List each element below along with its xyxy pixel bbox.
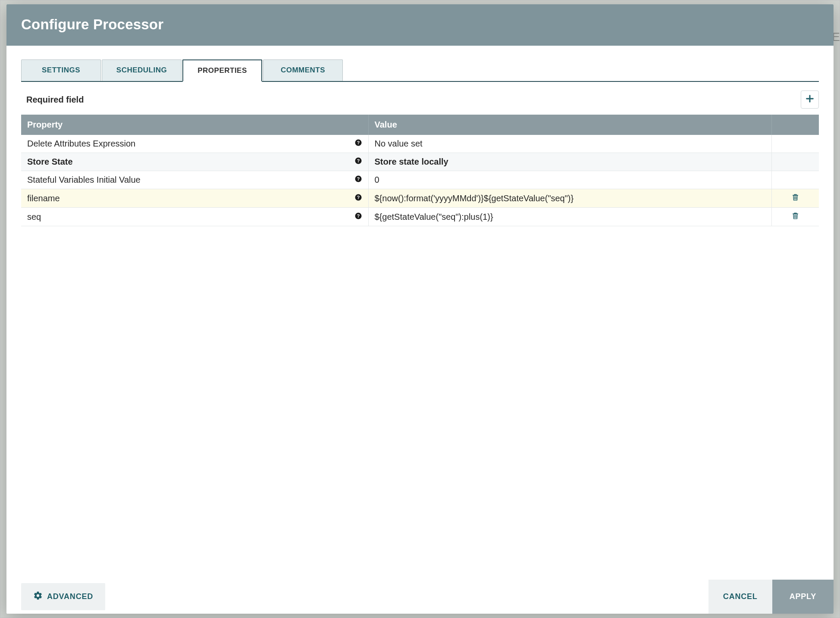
svg-text:?: ? bbox=[357, 176, 359, 181]
gear-icon bbox=[33, 591, 43, 602]
property-value[interactable]: 0 bbox=[368, 171, 771, 189]
table-row[interactable]: Delete Attributes Expression?No value se… bbox=[21, 135, 819, 153]
trash-icon[interactable] bbox=[791, 193, 799, 201]
property-name: seq bbox=[21, 208, 348, 226]
svg-text:?: ? bbox=[357, 194, 359, 200]
dialog-header: Configure Processor bbox=[6, 4, 834, 46]
dialog-body: SETTINGSSCHEDULINGPROPERTIESCOMMENTS Req… bbox=[6, 46, 834, 580]
property-value[interactable]: ${getStateValue("seq"):plus(1)} bbox=[368, 208, 771, 226]
advanced-button[interactable]: ADVANCED bbox=[21, 583, 105, 610]
property-actions bbox=[771, 208, 819, 226]
dialog-title: Configure Processor bbox=[21, 16, 819, 33]
required-field-label: Required field bbox=[26, 95, 84, 105]
property-help[interactable]: ? bbox=[348, 153, 369, 171]
question-circle-icon: ? bbox=[354, 157, 362, 165]
apply-button[interactable]: APPLY bbox=[772, 580, 834, 614]
cancel-button[interactable]: CANCEL bbox=[708, 580, 772, 614]
properties-table: Property Value Delete Attributes Express… bbox=[21, 115, 819, 226]
property-value[interactable]: ${now():format('yyyyMMdd')}${getStateVal… bbox=[368, 189, 771, 208]
svg-text:?: ? bbox=[357, 140, 359, 145]
tab-comments[interactable]: COMMENTS bbox=[263, 59, 343, 81]
tab-properties[interactable]: PROPERTIES bbox=[182, 59, 262, 82]
column-header-value: Value bbox=[368, 115, 771, 135]
add-property-button[interactable] bbox=[801, 91, 819, 109]
question-circle-icon: ? bbox=[354, 139, 362, 147]
property-actions bbox=[771, 171, 819, 189]
property-name: Store State bbox=[21, 153, 348, 171]
property-help[interactable]: ? bbox=[348, 189, 369, 208]
property-help[interactable]: ? bbox=[348, 171, 369, 189]
property-help[interactable]: ? bbox=[348, 135, 369, 153]
dialog-footer: ADVANCED CANCEL APPLY bbox=[6, 580, 834, 614]
table-row[interactable]: Store State?Store state locally bbox=[21, 153, 819, 171]
configure-processor-dialog: Configure Processor SETTINGSSCHEDULINGPR… bbox=[6, 4, 834, 614]
svg-rect-10 bbox=[793, 195, 798, 196]
property-help[interactable]: ? bbox=[348, 208, 369, 226]
apply-label: APPLY bbox=[790, 592, 816, 601]
property-name: filename bbox=[21, 189, 348, 208]
property-name: Stateful Variables Initial Value bbox=[21, 171, 348, 189]
tab-scheduling[interactable]: SCHEDULING bbox=[102, 59, 182, 81]
svg-rect-13 bbox=[793, 213, 798, 214]
question-circle-icon: ? bbox=[354, 175, 362, 183]
property-name: Delete Attributes Expression bbox=[21, 135, 348, 153]
trash-icon[interactable] bbox=[791, 212, 799, 220]
property-actions bbox=[771, 153, 819, 171]
column-header-property: Property bbox=[21, 115, 368, 135]
question-circle-icon: ? bbox=[354, 212, 362, 220]
plus-icon bbox=[805, 94, 815, 105]
property-value[interactable]: Store state locally bbox=[368, 153, 771, 171]
table-row[interactable]: Stateful Variables Initial Value?0 bbox=[21, 171, 819, 189]
table-row[interactable]: filename?${now():format('yyyyMMdd')}${ge… bbox=[21, 189, 819, 208]
advanced-label: ADVANCED bbox=[47, 592, 93, 601]
svg-text:?: ? bbox=[357, 213, 359, 218]
question-circle-icon: ? bbox=[354, 194, 362, 201]
cancel-label: CANCEL bbox=[723, 592, 758, 601]
property-actions bbox=[771, 189, 819, 208]
property-value[interactable]: No value set bbox=[368, 135, 771, 153]
column-header-actions bbox=[771, 115, 819, 135]
tab-settings[interactable]: SETTINGS bbox=[21, 59, 101, 81]
section-header: Required field bbox=[21, 82, 819, 115]
tab-bar: SETTINGSSCHEDULINGPROPERTIESCOMMENTS bbox=[21, 59, 819, 82]
svg-text:?: ? bbox=[357, 158, 359, 163]
property-actions bbox=[771, 135, 819, 153]
footer-right: CANCEL APPLY bbox=[708, 580, 834, 614]
table-row[interactable]: seq?${getStateValue("seq"):plus(1)} bbox=[21, 208, 819, 226]
